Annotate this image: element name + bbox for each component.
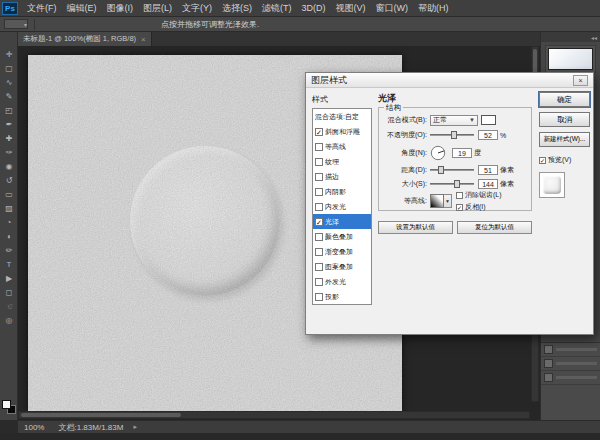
document-tab-bar: 未标题-1 @ 100%(椭圆 1, RGB/8) ×: [0, 32, 600, 46]
foreground-color-swatch[interactable]: [2, 400, 11, 409]
menu-item[interactable]: 选择(S): [217, 0, 257, 17]
style-list-item[interactable]: 颜色叠加: [313, 229, 371, 244]
blend-mode-select[interactable]: 正常 ▼: [430, 115, 478, 126]
tool-button[interactable]: ◰: [0, 104, 18, 118]
tool-button[interactable]: ▨: [0, 202, 18, 216]
style-checkbox[interactable]: [315, 248, 323, 256]
layer-row[interactable]: [541, 343, 600, 357]
layer-row[interactable]: [541, 371, 600, 385]
angle-dial[interactable]: [430, 145, 446, 161]
tool-button[interactable]: ✛: [0, 48, 18, 62]
style-checkbox[interactable]: [315, 263, 323, 271]
tool-button[interactable]: ☜: [0, 300, 18, 314]
tool-button[interactable]: T: [0, 258, 18, 272]
style-checkbox[interactable]: [315, 293, 323, 301]
menu-item[interactable]: 编辑(E): [62, 0, 102, 17]
status-options-arrow-icon[interactable]: ▸: [133, 423, 137, 431]
style-checkbox[interactable]: [315, 278, 323, 286]
style-list-item[interactable]: 内阴影: [313, 184, 371, 199]
style-list-item[interactable]: 投影: [313, 289, 371, 304]
chevron-down-icon: ▼: [469, 117, 475, 123]
style-list-item[interactable]: 描边: [313, 169, 371, 184]
embossed-circle-shape[interactable]: [130, 146, 280, 296]
style-checkbox[interactable]: [315, 233, 323, 241]
tool-button[interactable]: ◖: [0, 230, 18, 244]
style-list-item[interactable]: 渐变叠加: [313, 244, 371, 259]
collapse-panels-icon[interactable]: ◂◂: [591, 34, 597, 41]
menu-item[interactable]: 文字(Y): [177, 0, 217, 17]
horizontal-scrollbar[interactable]: [18, 411, 530, 419]
healing-brush-tool-icon: ✚: [6, 135, 13, 143]
style-checkbox[interactable]: [315, 203, 323, 211]
size-input[interactable]: 144: [478, 179, 498, 189]
size-slider-thumb[interactable]: [454, 180, 460, 188]
style-list-item[interactable]: 纹理: [313, 154, 371, 169]
contour-picker[interactable]: [430, 194, 444, 208]
tab-close-icon[interactable]: ×: [141, 35, 146, 44]
menu-item[interactable]: 帮助(H): [413, 0, 454, 17]
tool-preset-dropdown[interactable]: ▾: [4, 19, 28, 29]
tool-button[interactable]: ✒: [0, 118, 18, 132]
color-picker-swatch[interactable]: [548, 48, 593, 70]
tool-button[interactable]: ◔: [0, 216, 18, 230]
menu-item[interactable]: 滤镜(T): [257, 0, 297, 17]
tool-button[interactable]: ✑: [0, 146, 18, 160]
opacity-slider-thumb[interactable]: [451, 131, 457, 139]
tool-button[interactable]: ✏: [0, 244, 18, 258]
style-checkbox[interactable]: [315, 158, 323, 166]
menu-item[interactable]: 图像(I): [102, 0, 139, 17]
invert-checkbox[interactable]: [456, 204, 463, 211]
blend-mode-value: 正常: [433, 115, 447, 125]
style-checkbox[interactable]: [315, 218, 323, 226]
antialias-checkbox[interactable]: [456, 192, 463, 199]
tool-button[interactable]: ▭: [0, 188, 18, 202]
opacity-input[interactable]: 52: [478, 130, 498, 140]
dialog-close-button[interactable]: ×: [573, 75, 588, 86]
style-checkbox[interactable]: [315, 188, 323, 196]
style-checkbox[interactable]: [315, 173, 323, 181]
menu-item[interactable]: 视图(V): [331, 0, 371, 17]
document-tab[interactable]: 未标题-1 @ 100%(椭圆 1, RGB/8) ×: [18, 32, 152, 46]
dialog-title-bar[interactable]: 图层样式 ×: [306, 73, 593, 88]
distance-slider[interactable]: [430, 165, 474, 175]
status-bar: 100% 文档:1.83M/1.83M ▸: [18, 420, 600, 433]
menu-item[interactable]: 窗口(W): [371, 0, 414, 17]
tool-button[interactable]: ↺: [0, 174, 18, 188]
angle-input[interactable]: 19: [452, 148, 472, 158]
style-list-item[interactable]: 图案叠加: [313, 259, 371, 274]
zoom-level[interactable]: 100%: [24, 423, 44, 432]
style-list-item[interactable]: 光泽: [313, 214, 371, 229]
tool-button[interactable]: ◎: [0, 314, 18, 328]
set-default-button[interactable]: 设置为默认值: [378, 221, 453, 234]
size-slider[interactable]: [430, 179, 474, 189]
new-style-button[interactable]: 新建样式(W)...: [539, 132, 590, 147]
tool-button[interactable]: ∿: [0, 76, 18, 90]
tool-button[interactable]: ✎: [0, 90, 18, 104]
opacity-slider[interactable]: [430, 130, 474, 140]
distance-input[interactable]: 51: [478, 165, 498, 175]
tool-button[interactable]: ▢: [0, 62, 18, 76]
contour-dropdown-icon[interactable]: ▼: [444, 194, 452, 208]
style-checkbox[interactable]: [315, 143, 323, 151]
tool-button[interactable]: ◉: [0, 160, 18, 174]
style-list-item[interactable]: 外发光: [313, 274, 371, 289]
horizontal-scrollbar-thumb[interactable]: [21, 413, 181, 417]
reset-default-button[interactable]: 复位为默认值: [457, 221, 532, 234]
preview-checkbox[interactable]: [539, 157, 546, 164]
layer-row[interactable]: [541, 357, 600, 371]
cancel-button[interactable]: 取消: [539, 112, 590, 127]
style-list-item[interactable]: 等高线: [313, 139, 371, 154]
menu-item[interactable]: 3D(D): [297, 0, 331, 17]
distance-slider-thumb[interactable]: [438, 166, 444, 174]
style-list-item[interactable]: 内发光: [313, 199, 371, 214]
satin-color-swatch[interactable]: [481, 115, 496, 125]
tool-button[interactable]: ▶: [0, 272, 18, 286]
menu-item[interactable]: 文件(F): [22, 0, 62, 17]
tool-button[interactable]: ◻: [0, 286, 18, 300]
style-list-item[interactable]: 斜面和浮雕: [313, 124, 371, 139]
tool-button[interactable]: ✚: [0, 132, 18, 146]
style-list-item[interactable]: 混合选项:自定: [313, 109, 371, 124]
ok-button[interactable]: 确定: [539, 92, 590, 107]
style-checkbox[interactable]: [315, 128, 323, 136]
menu-item[interactable]: 图层(L): [138, 0, 177, 17]
